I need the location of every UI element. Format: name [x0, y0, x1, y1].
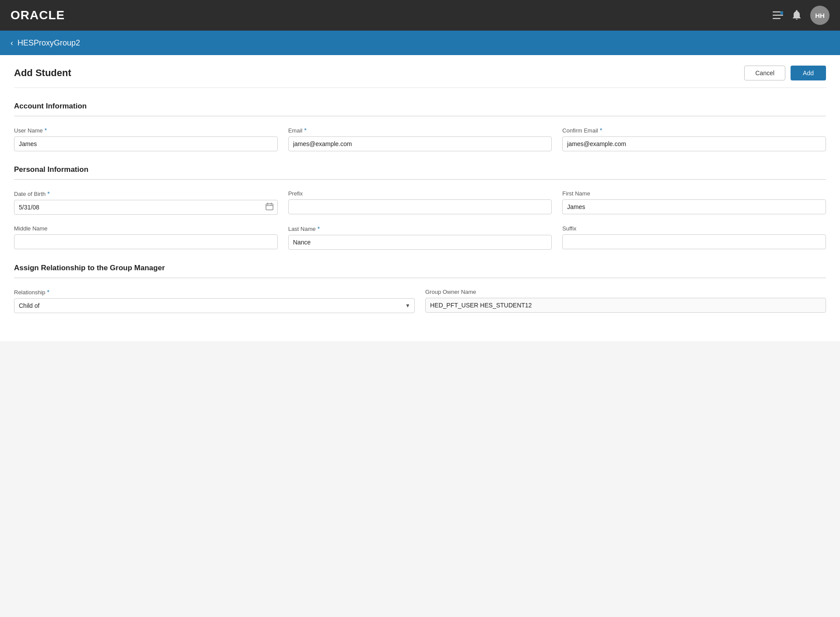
account-section-title: Account Information	[14, 102, 826, 111]
confirm-email-required: *	[600, 127, 602, 134]
account-section-divider	[14, 116, 826, 116]
main-content: Add Student Cancel Add Account Informati…	[0, 55, 840, 341]
page-title: Add Student	[14, 67, 71, 79]
svg-rect-2	[773, 18, 780, 19]
relationship-required: *	[47, 289, 49, 296]
lastname-input[interactable]	[288, 235, 552, 250]
username-label: User Name *	[14, 127, 278, 134]
group-owner-field: Group Owner Name HED_PFT_USER HES_STUDEN…	[425, 289, 826, 313]
menu-icon[interactable]	[773, 11, 783, 19]
svg-point-3	[780, 11, 783, 15]
personal-information-section: Personal Information Date of Birth *	[14, 165, 826, 250]
breadcrumb-title: HESProxyGroup2	[18, 38, 80, 48]
bell-icon[interactable]	[792, 10, 802, 21]
account-information-section: Account Information User Name * Email * …	[14, 102, 826, 151]
relationship-section-divider	[14, 278, 826, 278]
dob-input[interactable]	[14, 200, 278, 215]
breadcrumb-bar: ‹ HESProxyGroup2	[0, 31, 840, 55]
personal-section-title: Personal Information	[14, 165, 826, 174]
confirm-email-label: Confirm Email *	[562, 127, 826, 134]
svg-rect-1	[773, 15, 783, 16]
lastname-field: Last Name *	[288, 225, 552, 250]
relationship-fields-row: Relationship * Child of Spouse of Parent…	[14, 289, 826, 313]
back-button[interactable]: ‹	[10, 38, 13, 48]
oracle-logo: ORACLE	[10, 8, 65, 22]
middlename-input[interactable]	[14, 234, 278, 249]
prefix-label: Prefix	[288, 190, 552, 197]
firstname-field: First Name	[562, 190, 826, 215]
email-label: Email *	[288, 127, 552, 134]
personal-fields-row-2: Middle Name Last Name * Suffix	[14, 225, 826, 250]
confirm-email-input[interactable]	[562, 136, 826, 151]
middlename-label: Middle Name	[14, 225, 278, 232]
email-required: *	[304, 127, 306, 134]
header-actions: Cancel Add	[744, 66, 826, 80]
dob-required: *	[47, 190, 49, 197]
firstname-label: First Name	[562, 190, 826, 197]
relationship-field: Relationship * Child of Spouse of Parent…	[14, 289, 415, 313]
relationship-section-title: Assign Relationship to the Group Manager	[14, 264, 826, 272]
suffix-field: Suffix	[562, 225, 826, 250]
prefix-field: Prefix	[288, 190, 552, 215]
email-field: Email *	[288, 127, 552, 151]
confirm-email-field: Confirm Email *	[562, 127, 826, 151]
dob-input-wrapper	[14, 200, 278, 215]
nav-icons: HH	[773, 6, 830, 25]
relationship-select-wrapper: Child of Spouse of Parent of Sibling of …	[14, 298, 415, 313]
page-header: Add Student Cancel Add	[14, 55, 826, 88]
group-owner-value: HED_PFT_USER HES_STUDENT12	[425, 298, 826, 313]
user-avatar[interactable]: HH	[810, 6, 830, 25]
middlename-field: Middle Name	[14, 225, 278, 250]
dob-label: Date of Birth *	[14, 190, 278, 197]
account-fields-row: User Name * Email * Confirm Email *	[14, 127, 826, 151]
lastname-label: Last Name *	[288, 225, 552, 232]
cancel-button[interactable]: Cancel	[744, 66, 785, 80]
prefix-input[interactable]	[288, 199, 552, 214]
group-owner-label: Group Owner Name	[425, 289, 826, 295]
personal-fields-row-1: Date of Birth *	[14, 190, 826, 215]
add-button[interactable]: Add	[791, 66, 826, 80]
relationship-label: Relationship *	[14, 289, 415, 296]
top-nav: ORACLE HH	[0, 0, 840, 31]
personal-section-divider	[14, 179, 826, 180]
username-field: User Name *	[14, 127, 278, 151]
dob-field: Date of Birth *	[14, 190, 278, 215]
username-input[interactable]	[14, 136, 278, 151]
relationship-select[interactable]: Child of Spouse of Parent of Sibling of	[14, 298, 415, 313]
suffix-input[interactable]	[562, 234, 826, 249]
email-input[interactable]	[288, 136, 552, 151]
firstname-input[interactable]	[562, 199, 826, 214]
suffix-label: Suffix	[562, 225, 826, 232]
username-required: *	[45, 127, 47, 134]
lastname-required: *	[318, 225, 320, 232]
relationship-section: Assign Relationship to the Group Manager…	[14, 264, 826, 313]
